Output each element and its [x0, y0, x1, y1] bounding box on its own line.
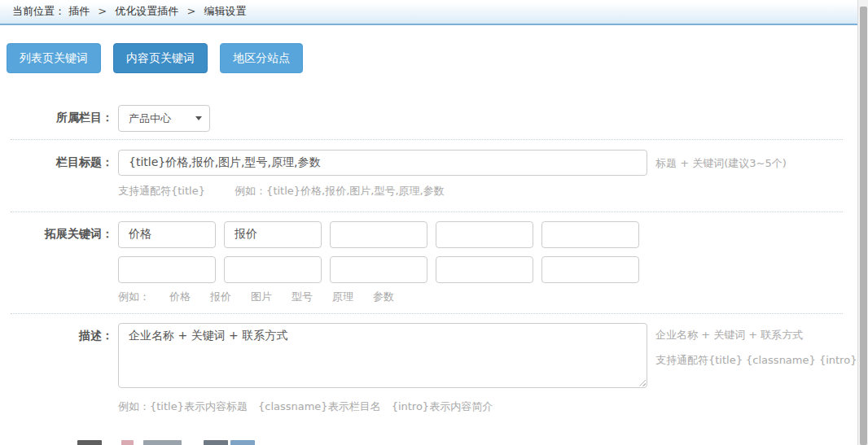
- keywords-hint-word: 图片: [251, 290, 272, 304]
- breadcrumb-item-edit-settings: 编辑设置: [204, 5, 247, 17]
- title-below-hint: 支持通配符{title} 例如：{title}价格,报价,图片,型号,原理,参数: [118, 184, 857, 199]
- breadcrumb-item-seo-plugin[interactable]: 优化设置插件: [115, 5, 178, 17]
- keyword-input-5[interactable]: [541, 221, 639, 248]
- tab-content-page-keywords[interactable]: 内容页关键词: [113, 43, 208, 73]
- vertical-scrollbar: [857, 0, 868, 445]
- category-select-value: 产品中心: [129, 112, 171, 124]
- breadcrumb-prefix: 当前位置：: [12, 5, 65, 17]
- keywords-hint-word: 型号: [292, 290, 313, 304]
- description-textarea-wrap: 企业名称 + 关键词 + 联系方式: [118, 323, 647, 388]
- category-row: 所属栏目： 产品中心: [0, 105, 857, 132]
- description-textarea[interactable]: 企业名称 + 关键词 + 联系方式: [118, 323, 647, 388]
- title-input[interactable]: [118, 150, 647, 176]
- truncated-control: [121, 440, 134, 445]
- tab-bar: 列表页关键词 内容页关键词 地区分站点: [7, 43, 868, 73]
- keyword-input-4[interactable]: [436, 221, 533, 248]
- category-label: 所属栏目：: [0, 105, 118, 125]
- category-select[interactable]: 产品中心: [118, 105, 210, 132]
- keywords-label: 拓展关键词：: [0, 221, 118, 242]
- description-below-hint: 例如：{title}表示内容标题 {classname}表示栏目名 {intro…: [118, 399, 857, 414]
- title-section: 栏目标题： 标题 + 关键词(建议3~5个) 支持通配符{title} 例如：{…: [0, 150, 857, 199]
- description-side-hints: 企业名称 + 关键词 + 联系方式 支持通配符{title} {classnam…: [655, 323, 857, 368]
- keywords-row-1: [118, 221, 639, 248]
- keyword-input-10[interactable]: [541, 256, 639, 283]
- divider: [11, 139, 843, 140]
- title-wildcard-hint: 支持通配符{title}: [118, 185, 205, 197]
- title-side-hint: 标题 + 关键词(建议3~5个): [655, 150, 787, 171]
- settings-form: 所属栏目： 产品中心 栏目标题： 标题 + 关键词(建议3~5个) 支持通配符{…: [0, 105, 857, 414]
- tab-list-page-keywords[interactable]: 列表页关键词: [7, 43, 101, 73]
- truncated-text: [143, 440, 182, 445]
- keyword-input-9[interactable]: [436, 256, 533, 283]
- breadcrumb-separator: >: [186, 5, 195, 17]
- keyword-input-3[interactable]: [330, 221, 427, 248]
- keywords-hint-word: 报价: [210, 290, 231, 304]
- keywords-section: 拓展关键词：: [0, 221, 857, 304]
- keyword-input-2[interactable]: [224, 221, 322, 248]
- breadcrumb-separator: >: [98, 5, 107, 17]
- title-example-hint: 例如：{title}价格,报价,图片,型号,原理,参数: [235, 185, 445, 197]
- keyword-input-8[interactable]: [330, 256, 427, 283]
- scrollbar-thumb[interactable]: [860, 7, 867, 445]
- keywords-hint-word: 参数: [373, 290, 394, 304]
- description-label: 描述：: [0, 323, 118, 343]
- keywords-hint-prefix: 例如：: [118, 290, 150, 304]
- divider: [11, 313, 843, 314]
- keywords-grid: [118, 221, 639, 283]
- description-side-hint-1: 企业名称 + 关键词 + 联系方式: [655, 328, 857, 342]
- page: 当前位置： 插件 > 优化设置插件 > 编辑设置 列表页关键词 内容页关键词 地…: [0, 0, 868, 445]
- description-section: 描述： 企业名称 + 关键词 + 联系方式 企业名称 + 关键词 + 联系方式 …: [0, 323, 857, 414]
- keywords-row-2: [118, 256, 639, 283]
- tab-region-subsites[interactable]: 地区分站点: [220, 43, 303, 73]
- keywords-hint-word: 原理: [332, 290, 353, 304]
- title-label: 栏目标题：: [0, 150, 118, 170]
- breadcrumb: 当前位置： 插件 > 优化设置插件 > 编辑设置: [0, 0, 868, 25]
- truncated-text: [230, 440, 255, 445]
- truncated-text: [204, 440, 228, 445]
- keywords-example-hint: 例如： 价格 报价 图片 型号 原理 参数: [118, 290, 857, 304]
- chevron-down-icon: [195, 116, 202, 120]
- keyword-input-6[interactable]: [118, 256, 216, 283]
- keyword-input-1[interactable]: [118, 221, 216, 248]
- description-side-hint-2: 支持通配符{title} {classname} {intro}: [655, 353, 857, 368]
- divider: [11, 212, 843, 212]
- truncated-form-row: [0, 438, 855, 445]
- keyword-input-7[interactable]: [224, 256, 322, 283]
- breadcrumb-item-plugins[interactable]: 插件: [68, 5, 90, 17]
- keywords-hint-word: 价格: [169, 290, 191, 304]
- truncated-label: [77, 440, 102, 445]
